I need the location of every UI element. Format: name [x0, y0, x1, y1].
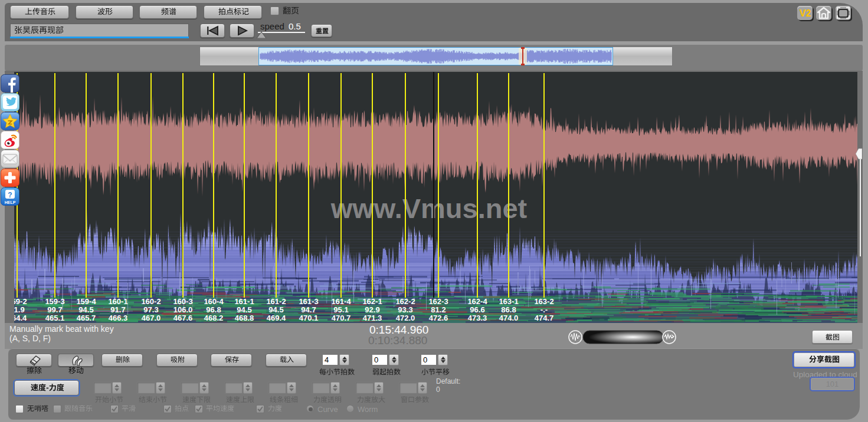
svg-text:465.1: 465.1 — [45, 314, 65, 322]
svg-text:106.0: 106.0 — [173, 305, 193, 314]
svg-text:160-1: 160-1 — [108, 297, 127, 306]
svg-text:473.3: 473.3 — [468, 314, 487, 322]
svg-text:93.3: 93.3 — [398, 305, 412, 314]
svg-text:92.9: 92.9 — [365, 305, 379, 314]
svg-text:91.9: 91.9 — [14, 305, 25, 314]
svg-text:HELP: HELP — [5, 200, 16, 205]
svg-text:94.5: 94.5 — [268, 305, 283, 314]
svg-text:464.4: 464.4 — [14, 314, 27, 322]
svg-text:161-1: 161-1 — [234, 297, 254, 306]
svg-text:94.5: 94.5 — [78, 305, 93, 314]
svg-text:96.8: 96.8 — [206, 305, 221, 314]
svg-text:467.6: 467.6 — [173, 314, 193, 322]
svg-text:159-4: 159-4 — [76, 297, 96, 306]
svg-text:-.-: -.- — [541, 305, 548, 314]
svg-text:97.3: 97.3 — [143, 305, 158, 314]
svg-text:160-2: 160-2 — [141, 297, 161, 306]
svg-text:94.7: 94.7 — [301, 305, 316, 314]
svg-text:159-2: 159-2 — [14, 297, 27, 306]
svg-text:162-3: 162-3 — [428, 297, 448, 306]
svg-text:161-2: 161-2 — [266, 297, 286, 306]
svg-text:474.7: 474.7 — [535, 314, 554, 322]
svg-text:160-3: 160-3 — [173, 297, 192, 306]
svg-text:163-2: 163-2 — [534, 297, 553, 306]
svg-text:162-2: 162-2 — [395, 297, 415, 306]
svg-text:96.6: 96.6 — [470, 305, 484, 314]
svg-text:467.0: 467.0 — [142, 314, 161, 322]
svg-text:91.7: 91.7 — [110, 305, 125, 314]
svg-text:162-4: 162-4 — [467, 297, 487, 306]
svg-text:472.6: 472.6 — [429, 314, 448, 322]
svg-text:81.2: 81.2 — [431, 305, 446, 314]
svg-text:95.1: 95.1 — [333, 305, 348, 314]
svg-text:470.7: 470.7 — [332, 314, 351, 322]
svg-text:469.4: 469.4 — [267, 314, 286, 322]
svg-text:465.7: 465.7 — [77, 314, 96, 322]
svg-text:94.5: 94.5 — [237, 305, 251, 314]
svg-text:?: ? — [8, 191, 12, 199]
svg-text:468.2: 468.2 — [204, 314, 224, 322]
svg-text:162-1: 162-1 — [362, 297, 382, 306]
svg-text:www.Vmus.net: www.Vmus.net — [330, 193, 528, 224]
svg-text:470.1: 470.1 — [299, 314, 319, 322]
svg-text:161-3: 161-3 — [299, 297, 318, 306]
svg-text:159-3: 159-3 — [45, 297, 64, 306]
svg-text:160-4: 160-4 — [204, 297, 224, 306]
svg-text:472.0: 472.0 — [396, 314, 415, 322]
svg-text:468.8: 468.8 — [235, 314, 254, 322]
svg-text:99.7: 99.7 — [47, 305, 62, 314]
svg-text:163-1: 163-1 — [499, 297, 518, 306]
svg-text:466.3: 466.3 — [109, 314, 128, 322]
svg-text:161-4: 161-4 — [331, 297, 351, 306]
svg-text:471.3: 471.3 — [363, 314, 382, 322]
svg-text:474.0: 474.0 — [499, 314, 519, 322]
svg-text:86.8: 86.8 — [501, 305, 516, 314]
